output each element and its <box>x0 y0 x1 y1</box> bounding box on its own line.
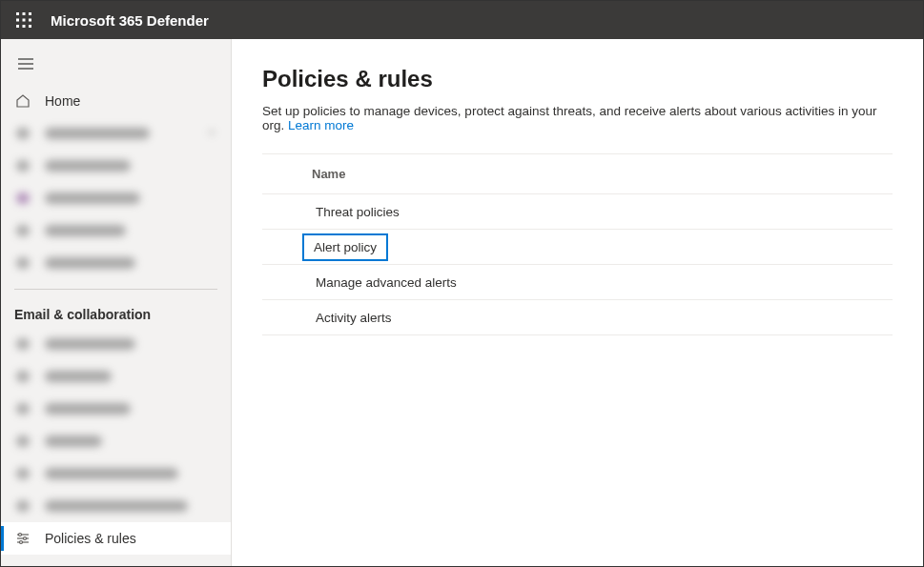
home-icon <box>14 92 31 110</box>
app-title: Microsoft 365 Defender <box>51 12 209 29</box>
sliders-icon <box>14 530 31 547</box>
table-row-manage-advanced-alerts[interactable]: Manage advanced alerts <box>262 265 893 300</box>
svg-rect-4 <box>23 19 26 22</box>
cell-name: Alert policy <box>302 233 388 261</box>
cell-name: Manage advanced alerts <box>312 275 461 290</box>
sidebar-item-blurred <box>1 393 231 425</box>
sidebar-item-blurred <box>1 328 231 360</box>
sidebar-item-blurred <box>1 247 231 279</box>
sidebar: Home Email & collaboration <box>1 39 232 566</box>
column-name: Name <box>312 167 345 181</box>
svg-rect-2 <box>29 12 31 15</box>
cell-name: Threat policies <box>312 205 403 219</box>
sidebar-item-label: Home <box>45 93 80 109</box>
svg-rect-1 <box>23 12 26 15</box>
sidebar-item-blurred <box>1 182 231 214</box>
svg-rect-6 <box>16 25 19 28</box>
sidebar-item-policies-rules[interactable]: Policies & rules <box>1 522 231 555</box>
sidebar-item-blurred <box>1 150 231 182</box>
cell-name: Activity alerts <box>312 311 396 325</box>
table-row-alert-policy[interactable]: Alert policy <box>262 230 893 265</box>
svg-point-17 <box>20 541 23 544</box>
top-bar: Microsoft 365 Defender <box>1 1 923 39</box>
table-row-activity-alerts[interactable]: Activity alerts <box>262 300 893 335</box>
page-title: Policies & rules <box>262 66 893 92</box>
main-content: Policies & rules Set up policies to mana… <box>232 39 923 566</box>
table-row-threat-policies[interactable]: Threat policies <box>262 194 893 230</box>
sidebar-item-blurred <box>1 117 231 150</box>
sidebar-item-label: Policies & rules <box>45 531 136 546</box>
svg-rect-7 <box>23 25 26 28</box>
hamburger-icon[interactable] <box>14 52 37 75</box>
learn-more-link[interactable]: Learn more <box>288 118 354 132</box>
table-header: Name <box>262 154 893 194</box>
sidebar-section-email: Email & collaboration <box>1 299 231 328</box>
sidebar-item-blurred <box>1 457 231 490</box>
sidebar-item-blurred <box>1 360 231 393</box>
sidebar-item-blurred <box>1 214 231 247</box>
svg-rect-5 <box>29 19 31 22</box>
divider <box>14 289 217 290</box>
svg-point-13 <box>19 534 22 537</box>
rules-table: Name Threat policies Alert policy Manage… <box>262 153 893 335</box>
svg-rect-0 <box>16 12 19 15</box>
page-subtitle: Set up policies to manage devices, prote… <box>262 104 893 132</box>
app-launcher-icon[interactable] <box>9 5 39 35</box>
svg-rect-3 <box>16 19 19 22</box>
svg-point-15 <box>24 537 27 540</box>
sidebar-item-blurred <box>1 425 231 457</box>
svg-rect-8 <box>29 25 31 28</box>
sidebar-item-blurred <box>1 490 231 522</box>
sidebar-item-home[interactable]: Home <box>1 85 231 117</box>
